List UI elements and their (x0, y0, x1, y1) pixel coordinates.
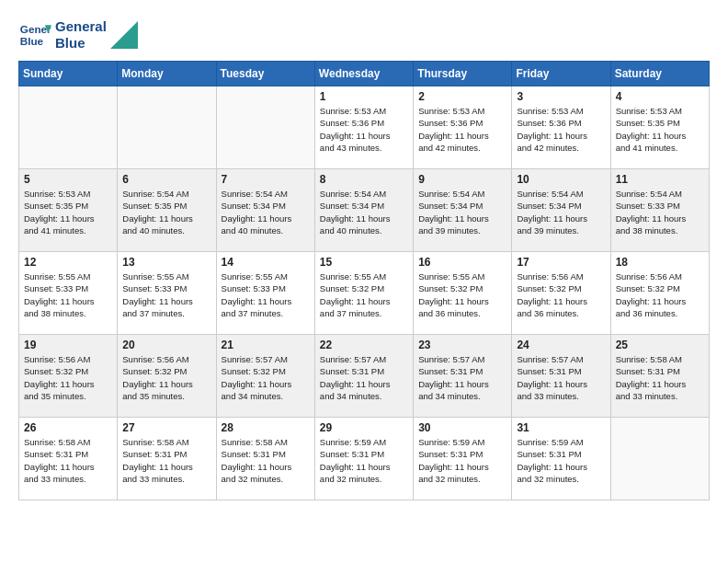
calendar-cell (19, 86, 118, 169)
day-info: Sunrise: 5:57 AM Sunset: 5:31 PM Dayligh… (320, 353, 408, 402)
day-info: Sunrise: 5:59 AM Sunset: 5:31 PM Dayligh… (320, 436, 408, 485)
day-number: 21 (222, 339, 310, 351)
calendar-cell: 11Sunrise: 5:54 AM Sunset: 5:33 PM Dayli… (610, 169, 709, 252)
day-number: 25 (616, 339, 704, 351)
svg-marker-3 (110, 21, 138, 49)
day-number: 27 (122, 421, 210, 434)
calendar-cell: 6Sunrise: 5:54 AM Sunset: 5:35 PM Daylig… (118, 169, 216, 252)
day-info: Sunrise: 5:54 AM Sunset: 5:34 PM Dayligh… (320, 188, 408, 236)
column-header-thursday: Thursday (414, 62, 512, 86)
day-info: Sunrise: 5:58 AM Sunset: 5:31 PM Dayligh… (24, 436, 112, 485)
calendar-cell: 29Sunrise: 5:59 AM Sunset: 5:31 PM Dayli… (314, 418, 413, 500)
calendar-cell (118, 86, 216, 169)
day-number: 6 (122, 173, 210, 186)
day-info: Sunrise: 5:57 AM Sunset: 5:31 PM Dayligh… (418, 353, 506, 402)
day-info: Sunrise: 5:53 AM Sunset: 5:36 PM Dayligh… (517, 105, 605, 154)
logo-icon: General Blue (18, 18, 51, 52)
logo: General Blue General Blue (18, 18, 138, 52)
calendar-cell: 31Sunrise: 5:59 AM Sunset: 5:31 PM Dayli… (512, 418, 610, 500)
day-info: Sunrise: 5:58 AM Sunset: 5:31 PM Dayligh… (122, 436, 210, 485)
calendar-week-row: 26Sunrise: 5:58 AM Sunset: 5:31 PM Dayli… (19, 418, 710, 500)
logo-text2: Blue (55, 35, 107, 52)
day-number: 13 (122, 256, 210, 269)
calendar-cell: 9Sunrise: 5:54 AM Sunset: 5:34 PM Daylig… (414, 169, 512, 252)
calendar-week-row: 12Sunrise: 5:55 AM Sunset: 5:33 PM Dayli… (19, 252, 710, 335)
day-info: Sunrise: 5:55 AM Sunset: 5:32 PM Dayligh… (418, 270, 506, 319)
column-header-tuesday: Tuesday (216, 62, 314, 86)
logo-text: General (55, 18, 107, 35)
calendar-week-row: 19Sunrise: 5:56 AM Sunset: 5:32 PM Dayli… (19, 335, 710, 418)
day-info: Sunrise: 5:58 AM Sunset: 5:31 PM Dayligh… (222, 436, 310, 485)
day-info: Sunrise: 5:53 AM Sunset: 5:36 PM Dayligh… (418, 105, 506, 154)
calendar-cell: 25Sunrise: 5:58 AM Sunset: 5:31 PM Dayli… (610, 335, 709, 418)
calendar-cell: 4Sunrise: 5:53 AM Sunset: 5:35 PM Daylig… (610, 86, 709, 169)
day-info: Sunrise: 5:55 AM Sunset: 5:32 PM Dayligh… (320, 270, 408, 319)
day-number: 20 (122, 339, 210, 351)
day-info: Sunrise: 5:58 AM Sunset: 5:31 PM Dayligh… (616, 353, 704, 402)
calendar-cell: 30Sunrise: 5:59 AM Sunset: 5:31 PM Dayli… (414, 418, 512, 500)
day-number: 7 (222, 173, 310, 186)
day-info: Sunrise: 5:59 AM Sunset: 5:31 PM Dayligh… (418, 436, 506, 485)
day-number: 19 (24, 339, 112, 351)
day-info: Sunrise: 5:54 AM Sunset: 5:34 PM Dayligh… (222, 188, 310, 236)
calendar-cell: 1Sunrise: 5:53 AM Sunset: 5:36 PM Daylig… (314, 86, 413, 169)
calendar-cell: 14Sunrise: 5:55 AM Sunset: 5:33 PM Dayli… (216, 252, 314, 335)
day-info: Sunrise: 5:55 AM Sunset: 5:33 PM Dayligh… (122, 270, 210, 319)
day-info: Sunrise: 5:56 AM Sunset: 5:32 PM Dayligh… (616, 270, 704, 319)
day-number: 16 (418, 256, 506, 269)
calendar-cell: 26Sunrise: 5:58 AM Sunset: 5:31 PM Dayli… (19, 418, 118, 500)
calendar-week-row: 1Sunrise: 5:53 AM Sunset: 5:36 PM Daylig… (19, 86, 710, 169)
calendar-header-row: SundayMondayTuesdayWednesdayThursdayFrid… (19, 62, 710, 86)
day-number: 1 (320, 90, 408, 103)
day-info: Sunrise: 5:57 AM Sunset: 5:31 PM Dayligh… (517, 353, 605, 402)
day-number: 12 (24, 256, 112, 269)
day-number: 10 (517, 173, 605, 186)
day-info: Sunrise: 5:54 AM Sunset: 5:35 PM Dayligh… (122, 188, 210, 236)
calendar-cell: 16Sunrise: 5:55 AM Sunset: 5:32 PM Dayli… (414, 252, 512, 335)
day-number: 23 (418, 339, 506, 351)
calendar-cell: 12Sunrise: 5:55 AM Sunset: 5:33 PM Dayli… (19, 252, 118, 335)
calendar-cell: 22Sunrise: 5:57 AM Sunset: 5:31 PM Dayli… (314, 335, 413, 418)
day-number: 28 (222, 421, 310, 434)
day-number: 3 (517, 90, 605, 103)
calendar-cell (610, 418, 709, 500)
day-number: 18 (616, 256, 704, 269)
day-number: 24 (517, 339, 605, 351)
calendar-cell: 23Sunrise: 5:57 AM Sunset: 5:31 PM Dayli… (414, 335, 512, 418)
calendar-cell: 3Sunrise: 5:53 AM Sunset: 5:36 PM Daylig… (512, 86, 610, 169)
calendar-week-row: 5Sunrise: 5:53 AM Sunset: 5:35 PM Daylig… (19, 169, 710, 252)
day-info: Sunrise: 5:55 AM Sunset: 5:33 PM Dayligh… (222, 270, 310, 319)
calendar-cell: 20Sunrise: 5:56 AM Sunset: 5:32 PM Dayli… (118, 335, 216, 418)
day-number: 8 (320, 173, 408, 186)
calendar-cell: 27Sunrise: 5:58 AM Sunset: 5:31 PM Dayli… (118, 418, 216, 500)
column-header-saturday: Saturday (610, 62, 709, 86)
day-info: Sunrise: 5:56 AM Sunset: 5:32 PM Dayligh… (517, 270, 605, 319)
calendar-cell: 24Sunrise: 5:57 AM Sunset: 5:31 PM Dayli… (512, 335, 610, 418)
day-info: Sunrise: 5:59 AM Sunset: 5:31 PM Dayligh… (517, 436, 605, 485)
day-number: 30 (418, 421, 506, 434)
day-number: 4 (616, 90, 704, 103)
column-header-monday: Monday (118, 62, 216, 86)
day-number: 29 (320, 421, 408, 434)
day-number: 15 (320, 256, 408, 269)
day-info: Sunrise: 5:54 AM Sunset: 5:34 PM Dayligh… (517, 188, 605, 236)
calendar-cell: 21Sunrise: 5:57 AM Sunset: 5:32 PM Dayli… (216, 335, 314, 418)
day-number: 17 (517, 256, 605, 269)
day-number: 5 (24, 173, 112, 186)
svg-text:Blue: Blue (20, 35, 44, 47)
day-number: 9 (418, 173, 506, 186)
day-info: Sunrise: 5:54 AM Sunset: 5:34 PM Dayligh… (418, 188, 506, 236)
day-info: Sunrise: 5:56 AM Sunset: 5:32 PM Dayligh… (122, 353, 210, 402)
day-info: Sunrise: 5:53 AM Sunset: 5:35 PM Dayligh… (616, 105, 704, 154)
calendar-cell: 8Sunrise: 5:54 AM Sunset: 5:34 PM Daylig… (314, 169, 413, 252)
calendar-cell: 15Sunrise: 5:55 AM Sunset: 5:32 PM Dayli… (314, 252, 413, 335)
calendar-cell: 2Sunrise: 5:53 AM Sunset: 5:36 PM Daylig… (414, 86, 512, 169)
calendar-cell: 7Sunrise: 5:54 AM Sunset: 5:34 PM Daylig… (216, 169, 314, 252)
day-number: 14 (222, 256, 310, 269)
day-info: Sunrise: 5:53 AM Sunset: 5:35 PM Dayligh… (24, 188, 112, 236)
day-number: 31 (517, 421, 605, 434)
day-info: Sunrise: 5:54 AM Sunset: 5:33 PM Dayligh… (616, 188, 704, 236)
calendar-cell: 19Sunrise: 5:56 AM Sunset: 5:32 PM Dayli… (19, 335, 118, 418)
column-header-wednesday: Wednesday (314, 62, 413, 86)
day-info: Sunrise: 5:57 AM Sunset: 5:32 PM Dayligh… (222, 353, 310, 402)
